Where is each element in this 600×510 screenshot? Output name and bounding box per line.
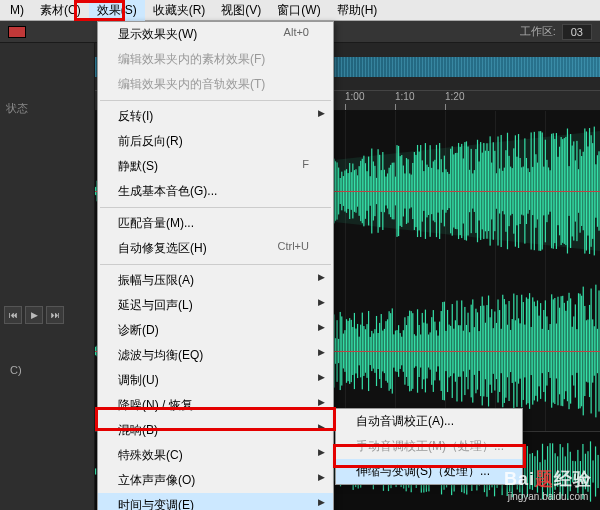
svg-rect-827 (567, 443, 568, 500)
menu-item[interactable]: 降噪(N) / 恢复▶ (98, 393, 333, 418)
menubar-item-window[interactable]: 窗口(W) (269, 0, 328, 21)
submenu-arrow-icon: ▶ (318, 108, 325, 118)
menu-item[interactable]: 调制(U)▶ (98, 368, 333, 393)
submenu-arrow-icon: ▶ (318, 447, 325, 457)
submenu-item[interactable]: 伸缩与变调(S)（处理）... (336, 459, 522, 484)
svg-rect-820 (550, 443, 551, 500)
menu-item[interactable]: 振幅与压限(A)▶ (98, 268, 333, 293)
svg-rect-832 (580, 461, 581, 482)
submenu-item[interactable]: 自动音调校正(A)... (336, 409, 522, 434)
menu-separator (100, 264, 331, 265)
svg-rect-825 (562, 447, 563, 496)
svg-rect-839 (597, 455, 598, 488)
svg-rect-836 (590, 441, 591, 501)
track-color-chip (8, 26, 26, 38)
submenu-arrow-icon: ▶ (318, 347, 325, 357)
time-tick: 1:20 (445, 91, 495, 110)
menu-item[interactable]: 时间与变调(E)▶ (98, 493, 333, 510)
menu-item: 编辑效果夹内的音轨效果(T) (98, 72, 333, 97)
submenu-arrow-icon: ▶ (318, 372, 325, 382)
svg-rect-816 (539, 462, 540, 481)
svg-rect-824 (560, 444, 561, 499)
menu-item[interactable]: 立体声声像(O)▶ (98, 468, 333, 493)
submenu-arrow-icon: ▶ (318, 272, 325, 282)
menu-item[interactable]: 静默(S)F (98, 154, 333, 179)
menubar-item-effects[interactable]: 效果(S) (89, 0, 145, 21)
status-label: 状态 (0, 43, 94, 116)
submenu-arrow-icon: ▶ (318, 497, 325, 507)
svg-rect-837 (592, 460, 593, 482)
svg-rect-829 (572, 461, 573, 482)
svg-rect-834 (585, 454, 586, 490)
menu-item[interactable]: 滤波与均衡(EQ)▶ (98, 343, 333, 368)
menubar-item-0[interactable]: M) (2, 1, 32, 19)
svg-rect-814 (534, 456, 535, 487)
rewind-icon[interactable]: ⏮ (4, 306, 22, 324)
c-label: C) (10, 364, 22, 376)
svg-rect-818 (544, 460, 545, 484)
workarea-label: 工作区: (520, 24, 556, 39)
svg-rect-810 (524, 459, 525, 484)
svg-rect-835 (587, 451, 588, 492)
menu-separator (100, 207, 331, 208)
menubar-item-material[interactable]: 素材(C) (32, 0, 89, 21)
time-pitch-submenu: 自动音调校正(A)...手动音调校正(M)（处理）...伸缩与变调(S)（处理）… (335, 408, 523, 485)
submenu-item: 手动音调校正(M)（处理）... (336, 434, 522, 459)
menu-item[interactable]: 生成基本音色(G)... (98, 179, 333, 204)
svg-rect-831 (577, 450, 578, 493)
menu-item[interactable]: 混响(B)▶ (98, 418, 333, 443)
submenu-arrow-icon: ▶ (318, 322, 325, 332)
time-tick: 1:00 (345, 91, 395, 110)
workarea-value[interactable]: 03 (562, 24, 592, 40)
menu-item[interactable]: 显示效果夹(W)Alt+0 (98, 22, 333, 47)
svg-rect-822 (555, 453, 556, 489)
svg-rect-815 (537, 450, 538, 492)
svg-rect-811 (527, 446, 528, 497)
svg-rect-830 (575, 461, 576, 482)
menu-separator (100, 100, 331, 101)
menu-item[interactable]: 特殊效果(C)▶ (98, 443, 333, 468)
menu-bar: M) 素材(C) 效果(S) 收藏夹(R) 视图(V) 窗口(W) 帮助(H) (0, 0, 600, 21)
menubar-item-help[interactable]: 帮助(H) (329, 0, 386, 21)
svg-rect-817 (542, 444, 543, 499)
svg-rect-821 (552, 443, 553, 499)
menu-item[interactable]: 匹配音量(M)... (98, 211, 333, 236)
svg-rect-812 (529, 454, 530, 489)
svg-rect-823 (557, 456, 558, 486)
submenu-arrow-icon: ▶ (318, 397, 325, 407)
submenu-arrow-icon: ▶ (318, 472, 325, 482)
menu-item[interactable]: 诊断(D)▶ (98, 318, 333, 343)
menubar-item-view[interactable]: 视图(V) (213, 0, 269, 21)
time-tick: 1:10 (395, 91, 445, 110)
svg-rect-826 (565, 456, 566, 486)
menu-item[interactable]: 延迟与回声(L)▶ (98, 293, 333, 318)
menubar-item-favorites[interactable]: 收藏夹(R) (145, 0, 214, 21)
menu-item: 编辑效果夹内的素材效果(F) (98, 47, 333, 72)
svg-rect-813 (532, 453, 533, 490)
svg-rect-828 (570, 452, 571, 492)
submenu-arrow-icon: ▶ (318, 297, 325, 307)
svg-rect-838 (595, 446, 596, 496)
effects-dropdown: 显示效果夹(W)Alt+0编辑效果夹内的素材效果(F)编辑效果夹内的音轨效果(T… (97, 21, 334, 510)
menu-item[interactable]: 自动修复选区(H)Ctrl+U (98, 236, 333, 261)
forward-icon[interactable]: ⏭ (46, 306, 64, 324)
left-panel: 状态 ⏮ ▶ ⏭ C) (0, 43, 95, 510)
svg-rect-833 (582, 444, 583, 499)
menu-item[interactable]: 前后反向(R) (98, 129, 333, 154)
submenu-arrow-icon: ▶ (318, 422, 325, 432)
svg-rect-819 (547, 446, 548, 497)
transport-controls: ⏮ ▶ ⏭ (4, 306, 64, 324)
menu-item[interactable]: 反转(I)▶ (98, 104, 333, 129)
play-icon[interactable]: ▶ (25, 306, 43, 324)
